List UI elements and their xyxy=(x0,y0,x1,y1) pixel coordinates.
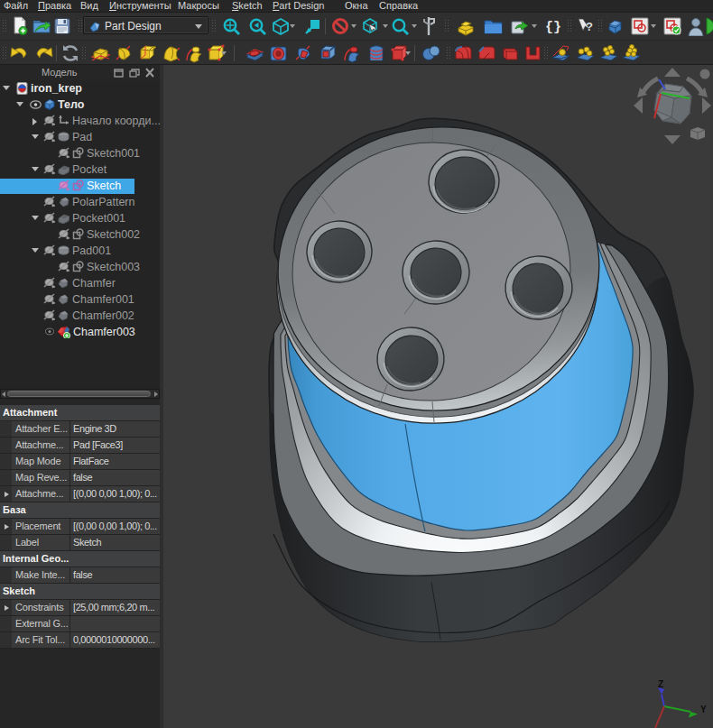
svg-text:{}: {} xyxy=(545,20,561,34)
svg-text:?: ? xyxy=(586,20,593,33)
svg-text:Z: Z xyxy=(658,679,663,689)
svg-text:Y: Y xyxy=(700,705,707,714)
